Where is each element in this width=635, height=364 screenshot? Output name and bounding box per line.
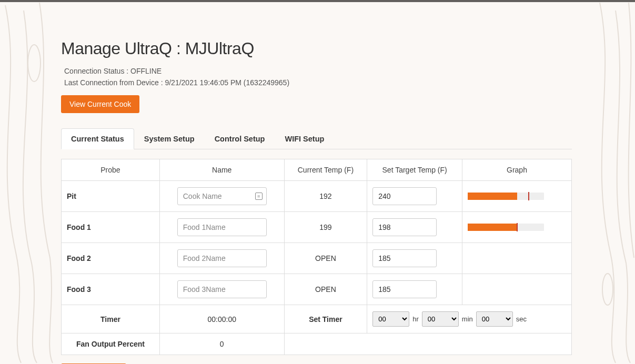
col-probe: Probe xyxy=(62,159,160,181)
tab-bar: Current Status System Setup Control Setu… xyxy=(61,128,572,149)
table-row: Food 2OPEN xyxy=(62,243,572,274)
graph-bar xyxy=(468,224,544,231)
probe-label: Pit xyxy=(62,181,160,212)
set-timer-label: Set Timer xyxy=(309,315,342,323)
timer-value: 00:00:00 xyxy=(159,305,284,333)
probe-label: Food 3 xyxy=(62,274,160,305)
last-connection: Last Connection from Device : 9/21/2021 … xyxy=(61,78,572,87)
target-temp-input[interactable] xyxy=(372,218,437,236)
current-temp: 199 xyxy=(284,212,367,243)
table-row: Food 1199 xyxy=(62,212,572,243)
autofill-icon[interactable]: ≡ xyxy=(255,193,263,200)
current-temp: OPEN xyxy=(284,274,367,305)
tab-system-setup[interactable]: System Setup xyxy=(134,128,205,149)
page-title: Manage UltraQ : MJUltraQ xyxy=(61,39,572,58)
col-name: Name xyxy=(159,159,284,181)
col-graph: Graph xyxy=(462,159,571,181)
name-input[interactable] xyxy=(177,280,267,298)
hr-unit: hr xyxy=(412,315,419,323)
fan-output-label: Fan Output Percent xyxy=(76,340,145,348)
current-temp: 192 xyxy=(284,181,367,212)
tab-control-setup[interactable]: Control Setup xyxy=(205,128,275,149)
connection-status: Connection Status : OFFLINE xyxy=(61,67,572,75)
table-row: Pit≡192 xyxy=(62,181,572,212)
table-row: Food 3OPEN xyxy=(62,274,572,305)
graph-bar xyxy=(468,193,544,200)
col-current-temp: Current Temp (F) xyxy=(284,159,367,181)
fan-output-value: 0 xyxy=(159,333,284,355)
name-input[interactable] xyxy=(177,249,267,267)
col-target-temp: Set Target Temp (F) xyxy=(367,159,462,181)
probe-label: Food 2 xyxy=(62,243,160,274)
target-temp-input[interactable] xyxy=(372,280,437,298)
sec-unit: sec xyxy=(516,315,527,323)
timer-label: Timer xyxy=(100,315,120,323)
name-input[interactable] xyxy=(177,187,267,205)
target-temp-input[interactable] xyxy=(372,187,437,205)
timer-sec-select[interactable]: 00 xyxy=(476,311,513,327)
tab-current-status[interactable]: Current Status xyxy=(61,128,134,149)
status-table: Probe Name Current Temp (F) Set Target T… xyxy=(61,159,572,355)
min-unit: min xyxy=(462,315,473,323)
probe-label: Food 1 xyxy=(62,212,160,243)
current-temp: OPEN xyxy=(284,243,367,274)
name-input[interactable] xyxy=(177,218,267,236)
timer-hour-select[interactable]: 00 xyxy=(372,311,409,327)
tab-wifi-setup[interactable]: WIFI Setup xyxy=(275,128,334,149)
target-temp-input[interactable] xyxy=(372,249,437,267)
timer-min-select[interactable]: 00 xyxy=(422,311,459,327)
view-current-cook-button[interactable]: View Current Cook xyxy=(61,95,139,113)
